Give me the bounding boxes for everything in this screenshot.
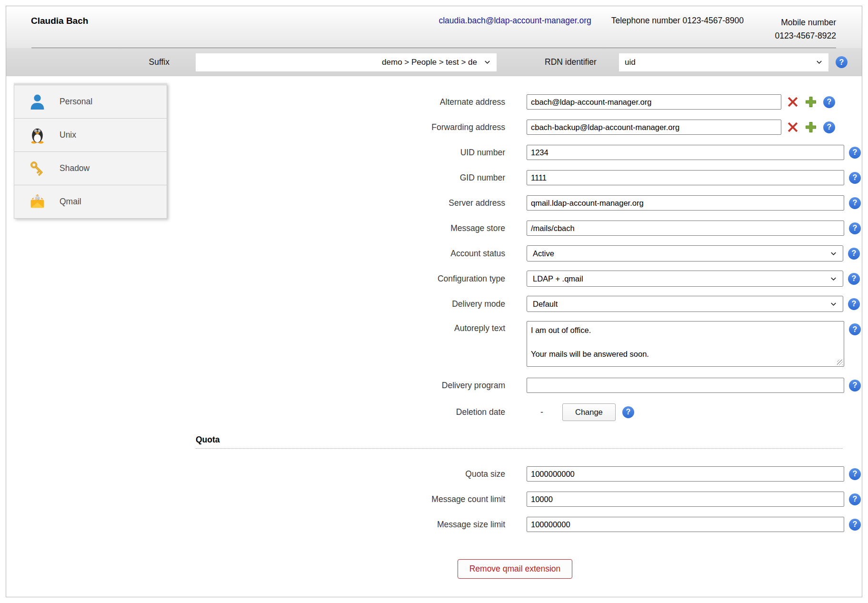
help-icon[interactable]: ? bbox=[823, 96, 835, 108]
delivery-program-input[interactable] bbox=[527, 378, 844, 393]
message-count-limit-label: Message count limit bbox=[168, 494, 527, 504]
account-name: Claudia Bach bbox=[31, 16, 88, 26]
rdn-select-value: uid bbox=[625, 58, 636, 67]
tab-qmail[interactable]: @ Qmail bbox=[14, 185, 167, 219]
form-row-account-status: Account status Active ? bbox=[168, 245, 862, 261]
form-row-delivery-program: Delivery program ? bbox=[168, 377, 862, 393]
configuration-type-select[interactable]: LDAP + .qmail bbox=[527, 271, 843, 287]
help-icon[interactable]: ? bbox=[849, 519, 861, 531]
rdn-identifier-select[interactable]: uid bbox=[619, 53, 828, 71]
telephone-number: Telephone number 0123-4567-8900 bbox=[611, 16, 744, 26]
main-content: Personal Unix bbox=[6, 76, 862, 597]
change-button[interactable]: Change bbox=[562, 403, 616, 421]
tab-label: Qmail bbox=[60, 197, 81, 207]
quota-size-input[interactable] bbox=[527, 466, 844, 482]
gid-number-input[interactable] bbox=[527, 170, 844, 185]
quota-size-label: Quota size bbox=[168, 469, 527, 479]
help-glyph: ? bbox=[853, 148, 858, 157]
help-icon[interactable]: ? bbox=[849, 172, 861, 184]
delete-icon[interactable] bbox=[787, 121, 798, 133]
forwarding-address-label: Forwarding address bbox=[168, 122, 527, 132]
help-icon[interactable]: ? bbox=[849, 147, 861, 159]
help-icon[interactable]: ? bbox=[849, 222, 861, 234]
account-status-label: Account status bbox=[168, 249, 527, 259]
message-store-label: Message store bbox=[168, 223, 527, 233]
deletion-date-value: - bbox=[539, 407, 545, 417]
uid-number-label: UID number bbox=[168, 148, 527, 158]
help-icon[interactable]: ? bbox=[849, 493, 861, 505]
header-divider bbox=[31, 48, 836, 48]
help-icon[interactable]: ? bbox=[622, 406, 634, 418]
form-row-deletion-date: Deletion date - Change ? bbox=[168, 402, 862, 422]
form-row-autoreply: Autoreply text I am out of office. Your … bbox=[168, 321, 862, 367]
help-icon[interactable]: ? bbox=[823, 121, 835, 133]
form-footer: Remove qmail extension bbox=[168, 559, 862, 579]
remove-qmail-extension-button[interactable]: Remove qmail extension bbox=[458, 559, 573, 579]
message-count-limit-input[interactable] bbox=[527, 492, 844, 507]
account-status-select[interactable]: Active bbox=[527, 245, 843, 261]
account-header: Claudia Bach claudia.bach@ldap-account-m… bbox=[6, 6, 862, 48]
mobile-number: Mobile number 0123-4567-8922 bbox=[764, 16, 836, 43]
chevron-down-icon bbox=[830, 275, 837, 282]
form-row-uid-number: UID number ? bbox=[168, 144, 862, 161]
help-glyph: ? bbox=[853, 381, 858, 390]
penguin-icon bbox=[29, 126, 46, 144]
tab-label: Unix bbox=[60, 130, 76, 140]
key-icon bbox=[29, 160, 46, 177]
tab-label: Personal bbox=[60, 97, 92, 107]
chevron-down-icon bbox=[830, 250, 837, 257]
delivery-mode-select[interactable]: Default bbox=[527, 296, 843, 312]
message-size-limit-input[interactable] bbox=[527, 517, 844, 532]
forwarding-address-input[interactable] bbox=[527, 120, 781, 135]
message-store-input[interactable] bbox=[527, 221, 844, 236]
form-row-gid-number: GID number ? bbox=[168, 170, 862, 186]
help-glyph: ? bbox=[839, 58, 844, 67]
alternate-address-input[interactable] bbox=[527, 94, 781, 110]
gid-number-label: GID number bbox=[168, 173, 527, 183]
help-glyph: ? bbox=[827, 98, 832, 106]
help-glyph: ? bbox=[853, 199, 858, 207]
help-glyph: ? bbox=[853, 224, 858, 232]
configuration-type-label: Configuration type bbox=[168, 274, 527, 284]
autoreply-textarea[interactable]: I am out of office. Your mails will be a… bbox=[527, 321, 844, 367]
help-glyph: ? bbox=[626, 408, 630, 416]
account-email-link[interactable]: claudia.bach@ldap-account-manager.org bbox=[439, 16, 591, 26]
help-glyph: ? bbox=[827, 123, 832, 131]
tab-personal[interactable]: Personal bbox=[14, 85, 167, 119]
delete-icon[interactable] bbox=[787, 96, 798, 108]
chevron-down-icon bbox=[484, 59, 491, 66]
rdn-identifier-label: RDN identifier bbox=[545, 57, 597, 67]
help-glyph: ? bbox=[853, 520, 858, 529]
tab-shadow[interactable]: Shadow bbox=[14, 151, 167, 185]
resize-handle-icon[interactable] bbox=[837, 360, 843, 365]
help-icon[interactable]: ? bbox=[848, 248, 860, 260]
help-glyph: ? bbox=[852, 274, 857, 283]
help-icon[interactable]: ? bbox=[848, 298, 860, 310]
delivery-mode-label: Delivery mode bbox=[168, 299, 527, 309]
uid-number-input[interactable] bbox=[527, 145, 844, 160]
deletion-date-label: Deletion date bbox=[168, 407, 527, 417]
chevron-down-icon bbox=[816, 59, 823, 66]
tab-unix[interactable]: Unix bbox=[14, 118, 167, 152]
suffix-label: Suffix bbox=[6, 57, 170, 67]
help-icon[interactable]: ? bbox=[849, 323, 861, 335]
help-glyph: ? bbox=[853, 470, 858, 478]
form-row-quota-size: Quota size ? bbox=[168, 466, 862, 482]
delivery-program-label: Delivery program bbox=[168, 381, 527, 391]
help-icon[interactable]: ? bbox=[836, 56, 848, 68]
form-row-alternate-address: Alternate address ? bbox=[168, 94, 862, 110]
select-value: Default bbox=[533, 300, 558, 309]
form-row-forwarding-address: Forwarding address ? bbox=[168, 119, 862, 135]
person-icon bbox=[29, 93, 46, 111]
quota-divider bbox=[196, 448, 842, 449]
help-icon[interactable]: ? bbox=[849, 468, 861, 480]
suffix-select[interactable]: demo > People > test > de bbox=[196, 53, 497, 71]
help-icon[interactable]: ? bbox=[849, 197, 861, 209]
add-icon[interactable] bbox=[805, 96, 817, 108]
help-icon[interactable]: ? bbox=[848, 273, 860, 285]
help-icon[interactable]: ? bbox=[849, 380, 861, 392]
add-icon[interactable] bbox=[805, 121, 817, 133]
server-address-input[interactable] bbox=[527, 195, 844, 211]
form-row-server-address: Server address ? bbox=[168, 195, 862, 211]
help-glyph: ? bbox=[853, 325, 858, 334]
